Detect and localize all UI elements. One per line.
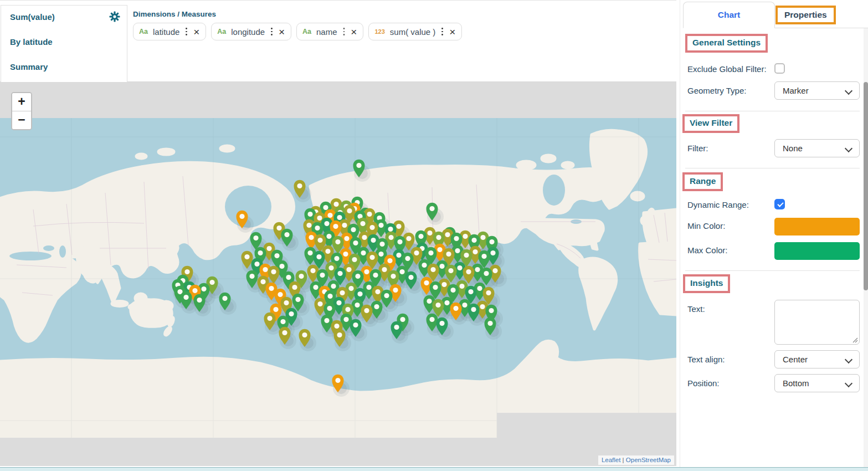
position-label: Position: [687,378,720,388]
max-color-swatch[interactable] [774,242,860,260]
sidebar-item-summary[interactable]: Summary [1,55,127,80]
bottom-panel-edge [0,467,868,471]
chevron-down-icon [845,87,852,95]
range-title: Range [690,176,716,186]
pill-menu-icon[interactable] [270,28,274,35]
chevron-down-icon [845,145,852,152]
query-sidebar: Sum(value) [1,5,127,82]
sidebar-item-label: Summary [10,62,48,71]
gear-icon[interactable] [109,11,120,22]
text-type-icon: Aa [217,28,226,35]
pill-remove-icon[interactable]: × [351,27,357,37]
numeric-type-icon: 123 [374,28,384,35]
section-divider [685,111,860,111]
position-value: Bottom [783,378,809,388]
insights-title: Insights [690,278,723,288]
view-filter-title: View Filter [690,118,732,127]
max-color-label: Max Color: [687,245,728,255]
openstreetmap-link[interactable]: OpenStreetMap [626,457,671,463]
pill-remove-icon[interactable]: × [279,27,285,37]
world-map [0,82,676,466]
view-filter-annotation: View Filter [682,114,739,133]
map-missing-tile [497,413,676,438]
attribution-separator: | [623,457,624,463]
panel-scrollbar-thumb[interactable] [864,82,868,290]
chevron-down-icon [845,356,852,364]
map-attribution: Leaflet | OpenStreetMap [598,455,674,465]
general-settings-annotation: General Settings [685,34,768,53]
geometry-type-select[interactable]: Marker [774,81,860,100]
panel-scrollbar-track[interactable] [864,28,868,471]
general-settings-title: General Settings [692,38,761,47]
pill-label: latitude [153,27,179,37]
sidebar-item-by-latitude[interactable]: By latitude [1,30,127,55]
resize-handle-icon[interactable] [852,337,858,343]
leaflet-link[interactable]: Leaflet [602,457,621,463]
range-annotation: Range [682,172,723,191]
pill-sum-value[interactable]: 123sum( value )× [368,23,462,40]
pill-longitude[interactable]: Aalongitude× [211,23,291,40]
filter-label: Filter: [687,144,708,153]
sidebar-item-label: Sum(value) [10,12,55,22]
dimensions-measures-title: Dimensions / Measures [133,10,676,18]
panel-tabs: Chart Properties [680,0,868,28]
insights-text-label: Text: [687,304,705,314]
filter-value: None [783,144,803,153]
pill-row: Aalatitude×Aalongitude×Aaname×123sum( va… [133,23,676,40]
text-type-icon: Aa [302,28,311,35]
text-align-value: Center [783,355,808,364]
exclude-global-filter-checkbox[interactable] [774,63,785,74]
map-edge-gray-bottom [0,438,676,466]
min-color-swatch[interactable] [774,218,860,235]
app-window: Sum(value) [0,0,868,471]
geometry-type-value: Marker [783,86,809,95]
text-align-select[interactable]: Center [774,350,860,368]
insights-annotation: Insights [683,274,730,293]
insights-text-input[interactable] [774,300,860,345]
dimensions-measures-area: Dimensions / Measures Aalatitude×Aalongi… [127,5,676,82]
map-edge-gray-top [0,82,676,118]
pill-label: longitude [231,27,265,37]
tab-chart[interactable]: Chart [683,2,775,28]
filter-select[interactable]: None [774,139,860,157]
header: Sum(value) [0,0,676,82]
tab-divider [775,28,868,28]
text-align-label: Text align: [687,355,725,364]
dynamic-range-checkbox[interactable] [774,199,785,209]
min-color-label: Min Color: [687,221,725,231]
pill-remove-icon[interactable]: × [193,27,199,37]
sidebar-item-sum-value[interactable]: Sum(value) [1,6,127,30]
chevron-down-icon [845,380,852,387]
pill-remove-icon[interactable]: × [449,27,455,37]
text-type-icon: Aa [139,28,148,35]
section-divider [685,168,860,168]
exclude-global-filter-label: Exclude Global Filter: [687,64,767,74]
section-divider [685,270,860,271]
map-zoom-control: + − [11,92,32,130]
tab-properties[interactable]: Properties [775,6,836,24]
zoom-out-button[interactable]: − [12,111,31,129]
pill-menu-icon[interactable] [184,28,188,35]
pill-label: sum( value ) [390,27,436,37]
dynamic-range-label: Dynamic Range: [687,200,749,209]
zoom-in-button[interactable]: + [12,93,31,111]
pill-name[interactable]: Aaname× [296,23,363,40]
pill-latitude[interactable]: Aalatitude× [133,23,206,40]
geometry-type-label: Geometry Type: [687,86,746,95]
pill-menu-icon[interactable] [440,28,444,35]
pill-menu-icon[interactable] [342,28,346,35]
map-canvas[interactable]: + − Leaflet | OpenStreetMap [0,82,676,466]
sidebar-item-label: By latitude [10,37,53,47]
position-select[interactable]: Bottom [774,374,860,392]
pill-label: name [316,27,337,37]
properties-panel: Chart Properties General Settings Exclud… [680,0,868,471]
